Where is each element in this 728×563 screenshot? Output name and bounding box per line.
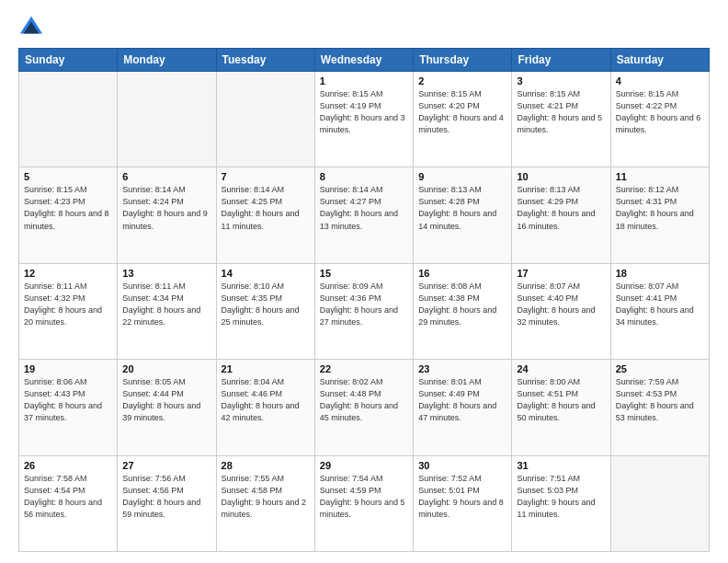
calendar-cell: 4Sunrise: 8:15 AM Sunset: 4:22 PM Daylig… [610, 72, 709, 167]
calendar-cell [216, 72, 314, 167]
day-info: Sunrise: 8:05 AM Sunset: 4:44 PM Dayligh… [122, 376, 210, 424]
week-row-5: 26Sunrise: 7:58 AM Sunset: 4:54 PM Dayli… [19, 455, 710, 551]
calendar-cell [19, 72, 118, 167]
day-info: Sunrise: 8:02 AM Sunset: 4:48 PM Dayligh… [320, 376, 408, 424]
day-info: Sunrise: 8:14 AM Sunset: 4:27 PM Dayligh… [320, 184, 408, 232]
day-number: 25 [616, 363, 704, 374]
day-info: Sunrise: 8:11 AM Sunset: 4:34 PM Dayligh… [122, 281, 210, 328]
calendar-cell: 30Sunrise: 7:52 AM Sunset: 5:01 PM Dayli… [414, 455, 512, 551]
day-info: Sunrise: 8:07 AM Sunset: 4:41 PM Dayligh… [616, 281, 704, 328]
day-number: 1 [320, 75, 408, 86]
week-row-1: 1Sunrise: 8:15 AM Sunset: 4:19 PM Daylig… [19, 72, 710, 167]
day-number: 6 [122, 171, 210, 182]
day-info: Sunrise: 8:10 AM Sunset: 4:35 PM Dayligh… [222, 281, 310, 328]
day-number: 24 [517, 363, 605, 374]
day-info: Sunrise: 8:12 AM Sunset: 4:31 PM Dayligh… [616, 184, 704, 232]
calendar-cell: 22Sunrise: 8:02 AM Sunset: 4:48 PM Dayli… [314, 360, 413, 455]
day-number: 23 [418, 363, 506, 374]
day-info: Sunrise: 8:01 AM Sunset: 4:49 PM Dayligh… [418, 376, 506, 424]
calendar-cell: 19Sunrise: 8:06 AM Sunset: 4:43 PM Dayli… [19, 360, 118, 455]
week-row-2: 5Sunrise: 8:15 AM Sunset: 4:23 PM Daylig… [19, 167, 710, 263]
calendar-cell: 3Sunrise: 8:15 AM Sunset: 4:21 PM Daylig… [512, 72, 610, 167]
day-info: Sunrise: 7:58 AM Sunset: 4:54 PM Dayligh… [24, 473, 112, 521]
week-row-3: 12Sunrise: 8:11 AM Sunset: 4:32 PM Dayli… [19, 263, 710, 359]
calendar-cell: 12Sunrise: 8:11 AM Sunset: 4:32 PM Dayli… [19, 263, 118, 359]
calendar-cell: 18Sunrise: 8:07 AM Sunset: 4:41 PM Dayli… [610, 263, 709, 359]
day-info: Sunrise: 8:14 AM Sunset: 4:25 PM Dayligh… [222, 184, 310, 232]
day-number: 26 [24, 460, 112, 471]
day-number: 10 [517, 171, 605, 182]
day-number: 27 [122, 460, 210, 471]
calendar-cell [118, 72, 216, 167]
day-info: Sunrise: 8:13 AM Sunset: 4:29 PM Dayligh… [517, 184, 605, 232]
day-header-tuesday: Tuesday [216, 49, 314, 72]
day-number: 29 [320, 460, 408, 471]
day-number: 31 [517, 460, 605, 471]
day-info: Sunrise: 7:54 AM Sunset: 4:59 PM Dayligh… [320, 473, 408, 521]
calendar-cell: 16Sunrise: 8:08 AM Sunset: 4:38 PM Dayli… [414, 263, 512, 359]
day-number: 20 [122, 363, 210, 374]
day-info: Sunrise: 8:15 AM Sunset: 4:19 PM Dayligh… [320, 88, 408, 136]
day-info: Sunrise: 8:15 AM Sunset: 4:21 PM Dayligh… [517, 88, 605, 136]
day-number: 8 [320, 171, 408, 182]
calendar-cell: 23Sunrise: 8:01 AM Sunset: 4:49 PM Dayli… [414, 360, 512, 455]
day-number: 21 [222, 363, 310, 374]
day-info: Sunrise: 8:04 AM Sunset: 4:46 PM Dayligh… [222, 376, 310, 424]
day-header-friday: Friday [512, 49, 610, 72]
calendar-cell: 21Sunrise: 8:04 AM Sunset: 4:46 PM Dayli… [216, 360, 314, 455]
calendar-table: SundayMondayTuesdayWednesdayThursdayFrid… [18, 48, 710, 552]
day-number: 7 [222, 171, 310, 182]
day-info: Sunrise: 8:08 AM Sunset: 4:38 PM Dayligh… [418, 281, 506, 328]
day-number: 22 [320, 363, 408, 374]
calendar-cell: 15Sunrise: 8:09 AM Sunset: 4:36 PM Dayli… [314, 263, 413, 359]
day-info: Sunrise: 8:15 AM Sunset: 4:23 PM Dayligh… [24, 184, 112, 232]
calendar-cell: 20Sunrise: 8:05 AM Sunset: 4:44 PM Dayli… [118, 360, 216, 455]
calendar-cell: 2Sunrise: 8:15 AM Sunset: 4:20 PM Daylig… [414, 72, 512, 167]
day-number: 12 [24, 268, 112, 279]
day-info: Sunrise: 7:52 AM Sunset: 5:01 PM Dayligh… [418, 473, 506, 521]
day-info: Sunrise: 8:14 AM Sunset: 4:24 PM Dayligh… [122, 184, 210, 232]
day-info: Sunrise: 8:07 AM Sunset: 4:40 PM Dayligh… [517, 281, 605, 328]
calendar-cell: 26Sunrise: 7:58 AM Sunset: 4:54 PM Dayli… [19, 455, 118, 551]
calendar-cell: 27Sunrise: 7:56 AM Sunset: 4:56 PM Dayli… [118, 455, 216, 551]
day-info: Sunrise: 8:15 AM Sunset: 4:22 PM Dayligh… [616, 88, 704, 136]
day-number: 3 [517, 75, 605, 86]
day-number: 4 [616, 75, 704, 86]
calendar-cell: 10Sunrise: 8:13 AM Sunset: 4:29 PM Dayli… [512, 167, 610, 263]
calendar-cell: 25Sunrise: 7:59 AM Sunset: 4:53 PM Dayli… [610, 360, 709, 455]
calendar-header-row: SundayMondayTuesdayWednesdayThursdayFrid… [19, 49, 710, 72]
day-header-thursday: Thursday [414, 49, 512, 72]
day-info: Sunrise: 8:09 AM Sunset: 4:36 PM Dayligh… [320, 281, 408, 328]
day-info: Sunrise: 7:55 AM Sunset: 4:58 PM Dayligh… [222, 473, 310, 521]
day-info: Sunrise: 8:15 AM Sunset: 4:20 PM Dayligh… [418, 88, 506, 136]
day-info: Sunrise: 8:00 AM Sunset: 4:51 PM Dayligh… [517, 376, 605, 424]
calendar-cell: 31Sunrise: 7:51 AM Sunset: 5:03 PM Dayli… [512, 455, 610, 551]
calendar-cell: 8Sunrise: 8:14 AM Sunset: 4:27 PM Daylig… [314, 167, 413, 263]
day-number: 18 [616, 268, 704, 279]
header [18, 15, 710, 40]
page: SundayMondayTuesdayWednesdayThursdayFrid… [0, 0, 728, 563]
day-header-monday: Monday [118, 49, 216, 72]
day-number: 30 [418, 460, 506, 471]
calendar-cell: 7Sunrise: 8:14 AM Sunset: 4:25 PM Daylig… [216, 167, 314, 263]
day-number: 19 [24, 363, 112, 374]
calendar-cell: 17Sunrise: 8:07 AM Sunset: 4:40 PM Dayli… [512, 263, 610, 359]
day-header-wednesday: Wednesday [314, 49, 413, 72]
day-info: Sunrise: 8:11 AM Sunset: 4:32 PM Dayligh… [24, 281, 112, 328]
calendar-cell: 5Sunrise: 8:15 AM Sunset: 4:23 PM Daylig… [19, 167, 118, 263]
day-header-saturday: Saturday [610, 49, 709, 72]
day-number: 13 [122, 268, 210, 279]
day-info: Sunrise: 8:06 AM Sunset: 4:43 PM Dayligh… [24, 376, 112, 424]
day-number: 15 [320, 268, 408, 279]
calendar-cell: 6Sunrise: 8:14 AM Sunset: 4:24 PM Daylig… [118, 167, 216, 263]
logo [18, 15, 48, 40]
day-number: 11 [616, 171, 704, 182]
day-header-sunday: Sunday [19, 49, 118, 72]
day-number: 5 [24, 171, 112, 182]
day-info: Sunrise: 8:13 AM Sunset: 4:28 PM Dayligh… [418, 184, 506, 232]
day-info: Sunrise: 7:51 AM Sunset: 5:03 PM Dayligh… [517, 473, 605, 521]
logo-icon [18, 15, 44, 40]
calendar-cell: 14Sunrise: 8:10 AM Sunset: 4:35 PM Dayli… [216, 263, 314, 359]
day-info: Sunrise: 7:59 AM Sunset: 4:53 PM Dayligh… [616, 376, 704, 424]
calendar-cell: 24Sunrise: 8:00 AM Sunset: 4:51 PM Dayli… [512, 360, 610, 455]
